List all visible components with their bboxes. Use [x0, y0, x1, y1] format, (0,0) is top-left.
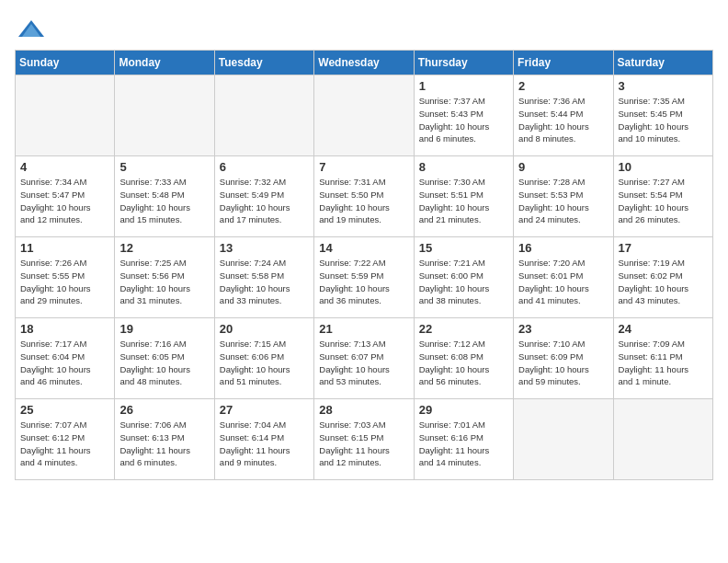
day-number: 12	[119, 241, 209, 255]
day-number: 11	[20, 241, 109, 255]
day-info: Sunrise: 7:19 AMSunset: 6:02 PMDaylight:…	[619, 257, 708, 307]
day-info: Sunrise: 7:22 AMSunset: 5:59 PMDaylight:…	[319, 257, 408, 307]
day-info: Sunrise: 7:34 AMSunset: 5:47 PMDaylight:…	[20, 176, 109, 226]
calendar-table: SundayMondayTuesdayWednesdayThursdayFrid…	[15, 50, 713, 480]
day-cell: 20Sunrise: 7:15 AMSunset: 6:06 PMDayligh…	[214, 318, 313, 399]
day-number: 29	[419, 403, 508, 417]
day-cell: 8Sunrise: 7:30 AMSunset: 5:51 PMDaylight…	[414, 156, 513, 237]
day-cell: 22Sunrise: 7:12 AMSunset: 6:08 PMDayligh…	[414, 318, 513, 399]
day-number: 19	[119, 322, 209, 336]
day-cell: 25Sunrise: 7:07 AMSunset: 6:12 PMDayligh…	[16, 399, 115, 480]
day-cell: 2Sunrise: 7:36 AMSunset: 5:44 PMDaylight…	[514, 75, 613, 156]
day-cell	[514, 399, 613, 480]
day-cell	[16, 75, 115, 156]
day-info: Sunrise: 7:35 AMSunset: 5:45 PMDaylight:…	[619, 95, 708, 145]
day-info: Sunrise: 7:06 AMSunset: 6:13 PMDaylight:…	[119, 419, 209, 469]
day-cell: 18Sunrise: 7:17 AMSunset: 6:04 PMDayligh…	[16, 318, 115, 399]
day-number: 22	[419, 322, 508, 336]
day-info: Sunrise: 7:16 AMSunset: 6:05 PMDaylight:…	[119, 338, 209, 388]
day-cell: 16Sunrise: 7:20 AMSunset: 6:01 PMDayligh…	[514, 237, 613, 318]
day-number: 10	[619, 160, 708, 174]
day-info: Sunrise: 7:13 AMSunset: 6:07 PMDaylight:…	[319, 338, 408, 388]
day-info: Sunrise: 7:07 AMSunset: 6:12 PMDaylight:…	[20, 419, 109, 469]
col-header-sunday: Sunday	[16, 51, 115, 75]
day-cell: 6Sunrise: 7:32 AMSunset: 5:49 PMDaylight…	[214, 156, 313, 237]
day-cell: 15Sunrise: 7:21 AMSunset: 6:00 PMDayligh…	[414, 237, 513, 318]
day-info: Sunrise: 7:01 AMSunset: 6:16 PMDaylight:…	[419, 419, 508, 469]
day-cell: 14Sunrise: 7:22 AMSunset: 5:59 PMDayligh…	[314, 237, 414, 318]
day-info: Sunrise: 7:04 AMSunset: 6:14 PMDaylight:…	[220, 419, 309, 469]
day-number: 9	[518, 160, 608, 174]
day-cell: 26Sunrise: 7:06 AMSunset: 6:13 PMDayligh…	[115, 399, 214, 480]
day-cell: 21Sunrise: 7:13 AMSunset: 6:07 PMDayligh…	[314, 318, 414, 399]
day-info: Sunrise: 7:27 AMSunset: 5:54 PMDaylight:…	[619, 176, 708, 226]
day-info: Sunrise: 7:28 AMSunset: 5:53 PMDaylight:…	[518, 176, 608, 226]
week-row-4: 18Sunrise: 7:17 AMSunset: 6:04 PMDayligh…	[16, 318, 713, 399]
header-row: SundayMondayTuesdayWednesdayThursdayFrid…	[16, 51, 713, 75]
day-cell: 17Sunrise: 7:19 AMSunset: 6:02 PMDayligh…	[613, 237, 712, 318]
week-row-1: 1Sunrise: 7:37 AMSunset: 5:43 PMDaylight…	[16, 75, 713, 156]
day-number: 16	[518, 241, 608, 255]
day-cell: 1Sunrise: 7:37 AMSunset: 5:43 PMDaylight…	[414, 75, 513, 156]
day-info: Sunrise: 7:09 AMSunset: 6:11 PMDaylight:…	[619, 338, 708, 388]
day-cell	[314, 75, 414, 156]
day-number: 26	[119, 403, 209, 417]
day-info: Sunrise: 7:15 AMSunset: 6:06 PMDaylight:…	[220, 338, 309, 388]
day-info: Sunrise: 7:20 AMSunset: 6:01 PMDaylight:…	[518, 257, 608, 307]
day-info: Sunrise: 7:10 AMSunset: 6:09 PMDaylight:…	[518, 338, 608, 388]
day-info: Sunrise: 7:25 AMSunset: 5:56 PMDaylight:…	[119, 257, 209, 307]
day-info: Sunrise: 7:36 AMSunset: 5:44 PMDaylight:…	[518, 95, 608, 145]
day-cell: 28Sunrise: 7:03 AMSunset: 6:15 PMDayligh…	[314, 399, 414, 480]
day-cell: 23Sunrise: 7:10 AMSunset: 6:09 PMDayligh…	[514, 318, 613, 399]
day-info: Sunrise: 7:03 AMSunset: 6:15 PMDaylight:…	[319, 419, 408, 469]
day-number: 4	[20, 160, 109, 174]
day-number: 14	[319, 241, 408, 255]
day-cell: 5Sunrise: 7:33 AMSunset: 5:48 PMDaylight…	[115, 156, 214, 237]
day-number: 21	[319, 322, 408, 336]
day-number: 13	[220, 241, 309, 255]
day-info: Sunrise: 7:17 AMSunset: 6:04 PMDaylight:…	[20, 338, 109, 388]
day-number: 23	[518, 322, 608, 336]
day-info: Sunrise: 7:31 AMSunset: 5:50 PMDaylight:…	[319, 176, 408, 226]
page-header	[15, 15, 713, 40]
day-cell: 4Sunrise: 7:34 AMSunset: 5:47 PMDaylight…	[16, 156, 115, 237]
col-header-tuesday: Tuesday	[214, 51, 313, 75]
day-number: 15	[419, 241, 508, 255]
col-header-friday: Friday	[514, 51, 613, 75]
day-info: Sunrise: 7:37 AMSunset: 5:43 PMDaylight:…	[419, 95, 508, 145]
day-cell: 24Sunrise: 7:09 AMSunset: 6:11 PMDayligh…	[613, 318, 712, 399]
day-cell	[613, 399, 712, 480]
day-cell	[115, 75, 214, 156]
day-cell: 7Sunrise: 7:31 AMSunset: 5:50 PMDaylight…	[314, 156, 414, 237]
day-cell	[214, 75, 313, 156]
day-number: 5	[119, 160, 209, 174]
day-number: 8	[419, 160, 508, 174]
col-header-monday: Monday	[115, 51, 214, 75]
day-info: Sunrise: 7:30 AMSunset: 5:51 PMDaylight:…	[419, 176, 508, 226]
day-number: 3	[619, 79, 708, 93]
day-number: 1	[419, 79, 508, 93]
day-cell: 10Sunrise: 7:27 AMSunset: 5:54 PMDayligh…	[613, 156, 712, 237]
day-cell: 3Sunrise: 7:35 AMSunset: 5:45 PMDaylight…	[613, 75, 712, 156]
col-header-thursday: Thursday	[414, 51, 513, 75]
day-cell: 19Sunrise: 7:16 AMSunset: 6:05 PMDayligh…	[115, 318, 214, 399]
day-number: 27	[220, 403, 309, 417]
logo	[15, 15, 46, 40]
col-header-saturday: Saturday	[613, 51, 712, 75]
day-cell: 12Sunrise: 7:25 AMSunset: 5:56 PMDayligh…	[115, 237, 214, 318]
day-info: Sunrise: 7:33 AMSunset: 5:48 PMDaylight:…	[119, 176, 209, 226]
day-info: Sunrise: 7:21 AMSunset: 6:00 PMDaylight:…	[419, 257, 508, 307]
day-cell: 9Sunrise: 7:28 AMSunset: 5:53 PMDaylight…	[514, 156, 613, 237]
day-number: 17	[619, 241, 708, 255]
day-number: 7	[319, 160, 408, 174]
week-row-3: 11Sunrise: 7:26 AMSunset: 5:55 PMDayligh…	[16, 237, 713, 318]
day-number: 6	[220, 160, 309, 174]
day-info: Sunrise: 7:32 AMSunset: 5:49 PMDaylight:…	[220, 176, 309, 226]
day-number: 20	[220, 322, 309, 336]
day-number: 2	[518, 79, 608, 93]
day-info: Sunrise: 7:12 AMSunset: 6:08 PMDaylight:…	[419, 338, 508, 388]
day-cell: 11Sunrise: 7:26 AMSunset: 5:55 PMDayligh…	[16, 237, 115, 318]
col-header-wednesday: Wednesday	[314, 51, 414, 75]
day-number: 24	[619, 322, 708, 336]
day-cell: 29Sunrise: 7:01 AMSunset: 6:16 PMDayligh…	[414, 399, 513, 480]
